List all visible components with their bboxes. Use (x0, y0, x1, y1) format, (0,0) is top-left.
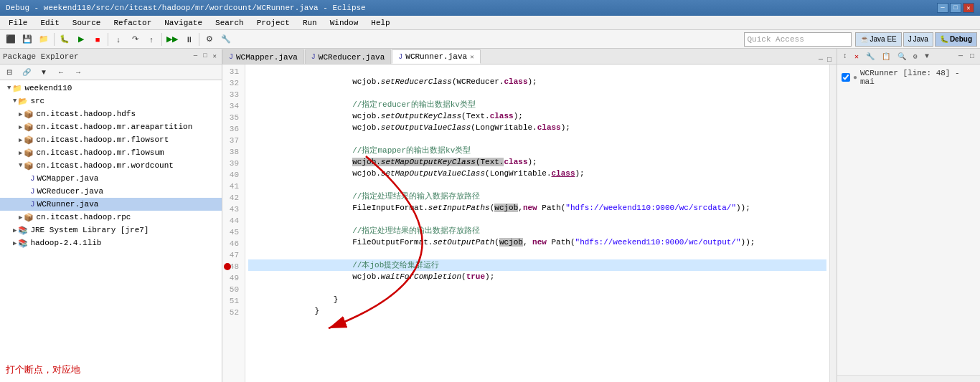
close-button[interactable]: ✕ (963, 3, 974, 13)
link-editor-btn[interactable]: 🔗 (19, 65, 34, 80)
menu-file[interactable]: File (3, 17, 33, 29)
toolbar-btn-misc2[interactable]: 🔧 (218, 32, 234, 47)
toolbar-btn-resume[interactable]: ▶▶ (164, 32, 180, 47)
right-btn-4[interactable]: 📋 (879, 51, 893, 62)
toolbar-btn-new[interactable]: ⬛ (3, 32, 19, 47)
line-48-breakpoint: 48 (222, 261, 242, 272)
tree-item-flowsort[interactable]: ▶ 📦 cn.itcast.hadoop.mr.flowsort (0, 133, 222, 146)
toolbar-btn-debug[interactable]: 🐛 (57, 32, 72, 47)
code-line-52 (248, 305, 826, 317)
debug-item-wcrunner[interactable]: ● WCRunner [line: 48] - mai (840, 67, 977, 87)
library-icon-hadoop: 📚 (18, 239, 28, 248)
line-36: 36 (222, 123, 242, 135)
tree-label-rpc: cn.itcast.hadoop.rpc (36, 213, 131, 221)
tree-item-wcreducer[interactable]: J WCReducer.java (0, 185, 222, 198)
debug-checkbox[interactable] (842, 73, 850, 82)
editor-tabs: J WCMapper.java J WCReducer.java J WCRun… (222, 49, 837, 65)
right-btn-7[interactable]: ▼ (922, 51, 932, 62)
quick-access-box[interactable]: Quick Access (744, 32, 852, 47)
line-50: 50 (222, 284, 242, 295)
maximize-button[interactable]: □ (950, 3, 961, 13)
toolbar-btn-stop[interactable]: ■ (90, 32, 105, 47)
tab-wcrunner[interactable]: J WCRunner.java ✕ (392, 49, 480, 64)
right-btn-6[interactable]: ⚙ (910, 51, 920, 62)
expand-arrow-jre: ▶ (13, 226, 17, 234)
menu-refactor[interactable]: Refactor (108, 17, 157, 29)
debug-runner-label: WCRunner [line: 48] - mai (860, 69, 976, 86)
panel-minimize-btn[interactable]: ─ (192, 52, 199, 61)
code-scrollbar[interactable] (829, 65, 837, 382)
package-tree: ▼ 📁 weekend110 ▼ 📂 src ▶ 📦 cn.itcast.had… (0, 80, 222, 358)
right-panel-maximize[interactable]: □ (967, 51, 977, 62)
right-scrollbar[interactable] (837, 375, 980, 382)
editor-maximize-btn[interactable]: □ (825, 56, 834, 64)
right-btn-1[interactable]: ↕ (840, 51, 850, 62)
menu-project[interactable]: Project (251, 17, 296, 29)
toolbar-sep-2 (108, 33, 108, 46)
panel-maximize-btn[interactable]: □ (201, 52, 209, 61)
editor-minimize-btn[interactable]: ─ (816, 56, 825, 64)
right-btn-5[interactable]: 🔍 (895, 51, 909, 62)
tab-wcreducer[interactable]: J WCReducer.java (305, 49, 391, 64)
tree-fwd-btn[interactable]: → (70, 65, 86, 80)
tree-item-src[interactable]: ▼ 📂 src (0, 95, 222, 108)
tree-item-rpc[interactable]: ▶ 📦 cn.itcast.hadoop.rpc (0, 211, 222, 224)
tree-menu-btn[interactable]: ▼ (36, 65, 52, 80)
tab-close-wcrunner[interactable]: ✕ (470, 53, 473, 61)
left-panel: Package Explorer ─ □ ✕ ⊟ 🔗 ▼ ← → ▼ 📁 wee… (0, 49, 222, 382)
menu-search[interactable]: Search (209, 17, 250, 29)
expand-arrow-rpc: ▶ (19, 214, 22, 221)
menu-source[interactable]: Source (67, 17, 107, 29)
java-ee-icon: ☕ (860, 35, 869, 43)
minimize-button[interactable]: ─ (937, 3, 948, 13)
toolbar-btn-misc1[interactable]: ⚙ (202, 32, 217, 47)
tree-label-weekend110: weekend110 (24, 84, 72, 92)
tree-item-wcmapper[interactable]: J WCMapper.java (0, 172, 222, 185)
quick-access-label: Quick Access (748, 35, 804, 44)
right-panel-minimize[interactable]: ─ (956, 51, 966, 62)
line-44: 44 (222, 215, 242, 226)
tree-item-hadoop[interactable]: ▶ 📚 hadoop-2.4.1lib (0, 237, 222, 249)
tree-item-jre[interactable]: ▶ 📚 JRE System Library [jre7] (0, 224, 222, 237)
toolbar-btn-step-return[interactable]: ↑ (143, 32, 159, 47)
expand-arrow-wordcount: ▼ (19, 162, 22, 169)
right-btn-resume[interactable]: ✕ (852, 51, 862, 62)
perspective-debug[interactable]: 🐛 Debug (935, 32, 977, 47)
menu-window[interactable]: Window (324, 17, 364, 29)
main-layout: Package Explorer ─ □ ✕ ⊟ 🔗 ▼ ← → ▼ 📁 wee… (0, 49, 980, 382)
code-line-31: wcjob.setReducerClass(WCReducer.class); (248, 65, 826, 76)
menu-help[interactable]: Help (365, 17, 395, 29)
panel-close-btn[interactable]: ✕ (211, 52, 219, 61)
package-icon-flowsort: 📦 (24, 135, 34, 145)
toolbar-btn-3[interactable]: 📁 (36, 32, 52, 47)
tab-wcmapper[interactable]: J WCMapper.java (222, 49, 304, 64)
project-icon-weekend110: 📁 (12, 84, 22, 93)
perspective-java[interactable]: J Java (903, 32, 933, 47)
title-bar: Debug - weekend110/src/cn/itcast/hadoop/… (0, 0, 980, 16)
toolbar-btn-2[interactable]: 💾 (19, 32, 35, 47)
java-icon: J (908, 35, 912, 43)
tree-item-wordcount[interactable]: ▼ 📦 cn.itcast.hadoop.mr.wordcount (0, 159, 222, 172)
right-btn-3[interactable]: 🔧 (863, 51, 877, 62)
line-42: 42 (222, 192, 242, 204)
menu-run[interactable]: Run (297, 17, 323, 29)
tree-item-weekend110[interactable]: ▼ 📁 weekend110 (0, 82, 222, 95)
java-ee-label: Java EE (870, 35, 897, 43)
perspective-java-ee[interactable]: ☕ Java EE (855, 32, 902, 47)
toolbar-btn-step-over[interactable]: ↷ (127, 32, 143, 47)
tree-item-flowsum[interactable]: ▶ 📦 cn.itcast.hadoop.mr.flowsum (0, 146, 222, 159)
tree-label-wcreducer: WCReducer.java (37, 187, 103, 196)
line-45: 45 (222, 226, 242, 238)
file-icon-wcreducer: J (30, 187, 35, 196)
toolbar-btn-step-into[interactable]: ↓ (110, 32, 126, 47)
tree-item-hdfs[interactable]: ▶ 📦 cn.itcast.hadoop.hdfs (0, 108, 222, 120)
menu-edit[interactable]: Edit (34, 17, 65, 29)
tree-back-btn[interactable]: ← (53, 65, 69, 80)
toolbar-btn-run[interactable]: ▶ (73, 32, 89, 47)
menu-navigate[interactable]: Navigate (159, 17, 208, 29)
tree-item-wcrunner[interactable]: J WCRunner.java (0, 198, 222, 211)
toolbar-btn-suspend[interactable]: ⏸ (181, 32, 197, 47)
collapse-all-btn[interactable]: ⊟ (1, 65, 17, 80)
code-content[interactable]: wcjob.setReducerClass(WCReducer.class); … (245, 65, 829, 382)
tree-item-areapartition[interactable]: ▶ 📦 cn.itcast.hadoop.mr.areapartition (0, 120, 222, 133)
